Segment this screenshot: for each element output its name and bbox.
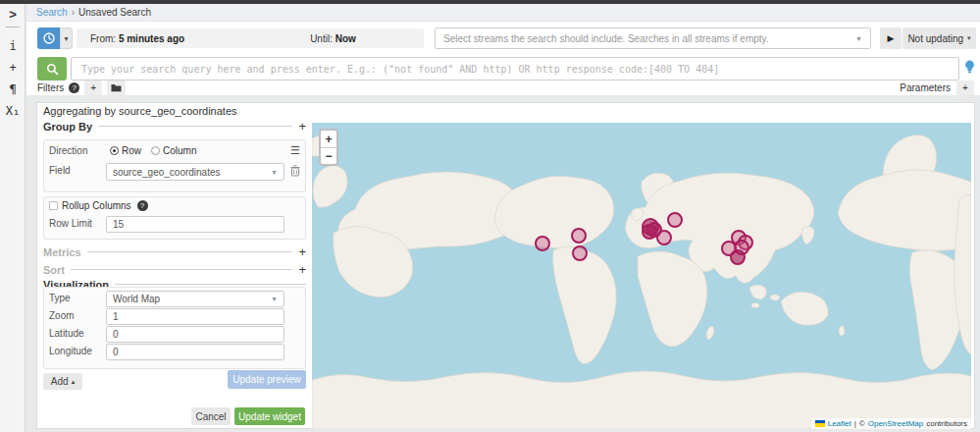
direction-column-radio[interactable]: Column — [151, 145, 196, 156]
sidebar-divider — [6, 27, 20, 27]
search-query-input[interactable] — [71, 57, 959, 81]
add-group-by-button[interactable]: + — [298, 120, 306, 133]
until-label: Until: — [310, 33, 333, 44]
chevron-down-icon: ▼ — [63, 35, 70, 42]
direction-options: Row Column — [110, 145, 196, 156]
timerange-button[interactable] — [37, 27, 60, 49]
row-limit-input[interactable] — [106, 216, 284, 233]
search-submit-button[interactable] — [37, 57, 67, 81]
cancel-button[interactable]: Cancel — [191, 407, 231, 425]
filters-row: Filters ? + — [37, 80, 126, 95]
sidebar-expand-icon[interactable]: > — [0, 4, 26, 24]
viz-latitude-input[interactable] — [106, 326, 284, 343]
search-icon — [46, 63, 59, 76]
from-value: 5 minutes ago — [119, 33, 184, 44]
rollup-checkbox[interactable]: Rollup Columns — [49, 200, 131, 211]
add-metric-button[interactable]: + — [298, 245, 306, 258]
viz-zoom-input[interactable] — [106, 308, 284, 325]
left-sidebar: > i + ¶ X₁ — [0, 4, 26, 432]
map-marker[interactable] — [572, 245, 588, 261]
group-by-header: Group By + — [43, 120, 306, 133]
metrics-header: Metrics + — [43, 245, 306, 258]
direction-label: Direction — [49, 145, 104, 156]
parameters-label: Parameters — [900, 82, 951, 93]
radio-icon — [151, 146, 160, 155]
from-label: From: — [90, 33, 116, 44]
chevron-down-icon: ▼ — [271, 169, 278, 176]
breadcrumb-search-link[interactable]: Search — [36, 7, 68, 18]
drag-handle-icon[interactable]: ☰ — [290, 145, 300, 156]
viz-type-label: Type — [49, 293, 104, 303]
refresh-label: Not updating — [907, 33, 963, 44]
formatting-icon[interactable]: ¶ — [0, 79, 26, 100]
map-attribution: Leaflet | © OpenStreetMap contributors — [811, 418, 971, 429]
refresh-play-button[interactable]: ▶ — [880, 27, 902, 49]
add-sort-button[interactable]: + — [298, 263, 306, 276]
chevron-down-icon: ▾ — [967, 34, 971, 42]
map-zoom-out-button[interactable]: − — [321, 147, 336, 164]
row-limit-row: Row Limit — [49, 218, 104, 229]
filters-label: Filters — [37, 82, 64, 93]
refresh-interval-button[interactable]: Not updating ▾ — [903, 27, 976, 49]
chevron-down-icon: ▼ — [271, 296, 278, 302]
field-row: Field — [49, 165, 104, 176]
viz-type-select[interactable]: World Map ▼ — [106, 291, 284, 307]
trash-icon — [290, 165, 300, 177]
parameters-row: Parameters + — [900, 80, 974, 95]
breadcrumb-separator: › — [72, 7, 75, 18]
clock-icon — [43, 32, 55, 44]
checkbox-icon — [49, 201, 58, 210]
viz-latitude-label: Latitude — [49, 328, 104, 339]
map-marker[interactable] — [730, 249, 746, 265]
streams-select[interactable]: Select streams the search should include… — [435, 27, 871, 49]
help-icon[interactable]: ? — [69, 82, 79, 93]
breadcrumb: Search › Unsaved Search — [26, 4, 980, 22]
chevron-up-icon: ▴ — [72, 378, 76, 386]
sort-header: Sort + — [43, 263, 306, 276]
viz-longitude-label: Longitude — [49, 346, 104, 356]
highlighting-icon[interactable]: X₁ — [0, 100, 26, 122]
openstreetmap-link[interactable]: OpenStreetMap — [868, 419, 923, 428]
timerange-caret-button[interactable]: ▼ — [60, 27, 73, 49]
add-button[interactable]: Add▴ — [43, 373, 82, 390]
direction-row: Direction — [49, 145, 104, 156]
radio-icon — [110, 146, 119, 155]
create-icon[interactable]: + — [0, 57, 26, 79]
leaflet-link[interactable]: Leaflet — [828, 419, 851, 428]
field-label: Field — [49, 165, 104, 176]
row-limit-label: Row Limit — [49, 218, 104, 229]
lightbulb-icon[interactable] — [964, 60, 975, 77]
help-icon[interactable]: ? — [137, 200, 148, 211]
breadcrumb-current: Unsaved Search — [78, 7, 151, 18]
widget-editor-title: Aggregating by source_geo_coordinates — [43, 105, 237, 117]
filter-folder-button[interactable] — [107, 81, 126, 95]
ukraine-flag-icon — [815, 420, 825, 427]
folder-icon — [111, 83, 122, 92]
direction-row-radio[interactable]: Row — [110, 145, 141, 156]
delete-group-by-button[interactable] — [290, 165, 300, 179]
chevron-down-icon: ▼ — [855, 35, 862, 42]
update-widget-button[interactable]: Update widget — [234, 407, 305, 425]
map-marker[interactable] — [642, 224, 657, 240]
map-marker[interactable] — [535, 236, 550, 251]
group-by-field-select[interactable]: source_geo_coordinates ▼ — [106, 163, 284, 181]
world-map-tiles — [312, 123, 971, 429]
play-icon: ▶ — [888, 33, 895, 43]
map-marker[interactable] — [656, 230, 672, 245]
map-zoom-in-button[interactable]: + — [321, 131, 336, 147]
streams-placeholder: Select streams the search should include… — [443, 33, 855, 44]
viz-longitude-input[interactable] — [106, 344, 284, 360]
timerange-display[interactable]: From: 5 minutes ago Until: Now — [77, 28, 424, 48]
map-marker[interactable] — [571, 228, 587, 243]
until-value: Now — [335, 33, 356, 44]
info-icon[interactable]: i — [0, 35, 26, 57]
rollup-row: Rollup Columns ? — [49, 200, 148, 211]
map-marker[interactable] — [667, 212, 683, 228]
add-parameter-button[interactable]: + — [956, 81, 974, 95]
world-map-preview[interactable]: + − Leaflet | © OpenStreetMap contributo… — [312, 123, 971, 429]
viz-zoom-label: Zoom — [49, 310, 104, 321]
update-preview-button[interactable]: Update preview — [228, 370, 306, 389]
add-filter-button[interactable]: + — [84, 81, 102, 95]
map-zoom-controls: + − — [319, 129, 338, 166]
